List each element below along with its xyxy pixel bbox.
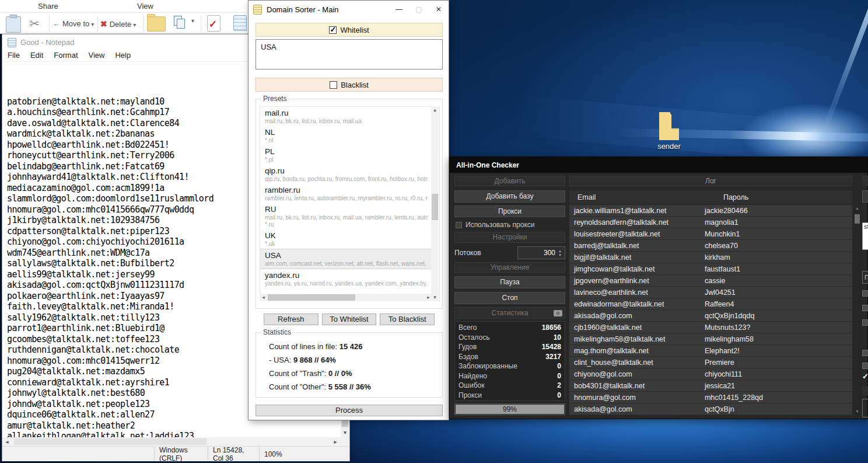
side-panel-checkbox[interactable] [862,319,868,326]
email-column-header[interactable]: Email [569,193,702,201]
stop-button[interactable]: Стоп [454,292,565,304]
presets-horizontal-scrollbar[interactable]: ◂ ▸ [260,294,432,301]
log-row[interactable]: bob4301@talktalk.net jessica21 [569,380,852,392]
log-row[interactable]: hnomura@gol.com mhc01415_228qd [569,392,852,403]
log-row[interactable]: akisada@gol.com qctQxBjn [569,403,852,415]
password-column-header[interactable]: Пароль [702,193,748,201]
move-to-button[interactable]: ←Move to▾ [52,19,94,28]
copy-icon[interactable] [174,16,189,31]
scrollbar-thumb[interactable] [432,194,438,220]
whitelist-checkbox[interactable]: ✓ [329,26,337,34]
preset-item[interactable]: rambler.ru rambler.ru, lenta.ru, autoram… [260,184,432,203]
spin-up-icon[interactable]: ▴ [556,249,564,253]
spin-down-icon[interactable]: ▾ [556,253,564,257]
preset-item[interactable]: qip.ru qip.ru, borda.ru, pochta.ru, from… [260,165,432,184]
log-row[interactable]: louisestreeter@talktalk.net Munchkin1 [569,228,852,240]
menu-item[interactable]: Help [110,50,136,61]
scroll-down-icon[interactable]: ▾ [853,408,861,415]
scrollbar-thumb[interactable] [14,438,206,445]
preset-name: PL [265,147,428,156]
preset-item[interactable]: yandex.ru yandex.ru, ya.ru, narod.ru, ya… [260,269,432,288]
side-panel-checkbox[interactable] [862,363,868,369]
side-panel-button[interactable] [862,190,868,203]
proxy-button[interactable]: Прокси [454,206,565,217]
preset-item[interactable]: UK *.uk [260,229,432,249]
to-blacklist-button[interactable]: To Blacklist [380,314,435,325]
log-row[interactable]: cjb1960@talktalk.net Mutsnuts123? [569,322,852,333]
log-row[interactable]: reynoldsandfern@talktalk.net magnolia1 [569,217,852,228]
menu-item[interactable]: Format [48,50,83,61]
side-panel-checkbox[interactable] [862,350,868,356]
scroll-down-icon[interactable]: ▾ [341,428,349,437]
preset-item[interactable]: USA aim.com, comcast.net, verizon.net, a… [260,249,432,269]
menu-item[interactable]: View [83,50,110,61]
log-row[interactable]: edwinadorman@talktalk.net Raffeen4 [569,298,852,310]
preset-item[interactable]: RU mail.ru, bk.ru, list.ru, inbox.ru, ma… [260,203,432,229]
side-panel-textbox[interactable]: st [862,222,868,250]
log-vertical-scrollbar[interactable]: ▴ ▾ [853,205,861,415]
scroll-right-icon[interactable]: ▸ [425,294,432,301]
tab-share[interactable]: Share [38,2,58,11]
presets-list[interactable]: mail.ru mail.ru, bk.ru, list.ru, inbox.r… [260,106,432,301]
desktop-folder-sender[interactable]: sender [653,112,685,154]
side-panel-label: П [862,271,868,284]
add-base-button[interactable]: Добавить базу [454,190,565,203]
preset-domains: *.ru [265,221,428,228]
add-button: Добавить [454,176,565,186]
log-row[interactable]: barredj@talktalk.net chelsea70 [569,240,852,252]
log-row[interactable]: jimghcowan@talktalk.net faustfaust1 [569,263,852,275]
scroll-left-icon[interactable]: ◂ [260,294,267,301]
blacklist-label: Blacklist [341,81,369,89]
blacklist-checkbox[interactable] [330,81,337,89]
camera-icon[interactable] [554,310,562,316]
edit-icon[interactable] [233,15,247,31]
side-panel-button[interactable] [862,176,868,186]
statistic-value: 10 [554,333,561,343]
scroll-left-icon[interactable]: ◂ [2,438,12,445]
refresh-button[interactable]: Refresh [264,314,318,325]
threads-row: Потоков 300 ▴ ▾ [454,246,565,260]
log-row[interactable]: clint_house@talktalk.net Premiere [569,357,852,368]
scroll-right-icon[interactable]: ▸ [331,438,340,445]
new-folder-icon[interactable] [147,16,166,32]
preset-item[interactable]: PL *.pl [260,145,432,165]
scrollbar-thumb[interactable] [855,214,860,224]
preset-item[interactable]: mail.ru mail.ru, bk.ru, list.ru, inbox.r… [260,107,432,126]
log-row[interactable]: bigjif@talktalk.net kirkham [569,252,852,263]
scrollbar-thumb[interactable] [268,294,355,301]
tab-view[interactable]: View [137,2,153,11]
log-row[interactable]: chiyono@gol.com chiyochi111 [569,368,852,380]
properties-icon[interactable]: ✓ [207,15,220,32]
delete-button[interactable]: ✖Delete▾ [100,19,136,29]
log-row[interactable]: mikelingham58@talktalk.net mikelingham58 [569,333,852,345]
side-panel-checkbox[interactable] [862,290,868,297]
whitelist-input[interactable]: USA [256,39,443,69]
status-cursor-position: Ln 15428, Col 36 [208,447,259,461]
process-button[interactable]: Process [256,405,443,416]
scroll-up-icon[interactable]: ▴ [431,106,439,114]
to-whitelist-button[interactable]: To Whitelist [322,314,377,325]
sorter-titlebar[interactable]: Domain Sorter - Main — ▢ ✕ [249,1,449,18]
log-row[interactable]: akisada@gol.com qctQxBjn1dqdq [569,310,852,322]
log-row[interactable]: jpgovern@earthlink.net cassie [569,275,852,287]
menu-item[interactable]: File [2,50,25,61]
threads-stepper[interactable]: 300 ▴ ▾ [517,246,565,259]
use-proxy-checkbox[interactable] [456,222,462,228]
pause-button[interactable]: Пауза [454,276,565,288]
use-proxy-label: Использовать прокси [466,221,535,229]
close-button[interactable]: ✕ [429,3,449,16]
scroll-up-icon[interactable]: ▴ [853,205,861,212]
log-table[interactable]: jackie.williams1@talktalk.net jackie2804… [569,205,852,415]
log-row[interactable]: mag.thom@talktalk.net Elephant2! [569,345,852,357]
menu-item[interactable]: Edit [25,50,48,61]
log-row[interactable]: jackie.williams1@talktalk.net jackie2804… [569,205,852,217]
checker-titlebar[interactable]: All-in-One Checker [450,157,867,173]
log-row[interactable]: lavineco@earthlink.net Jwl04251 [569,287,852,298]
minimize-button[interactable]: — [389,3,409,16]
horizontal-scrollbar[interactable]: ◂ ▸ [2,437,349,446]
preset-item[interactable]: NL *.nl [260,126,432,145]
side-panel-checkbox[interactable] [862,305,868,311]
presets-vertical-scrollbar[interactable]: ▴ ▾ [431,106,439,301]
paste-icon[interactable] [6,16,21,33]
cut-icon[interactable]: ✂ [29,16,40,32]
